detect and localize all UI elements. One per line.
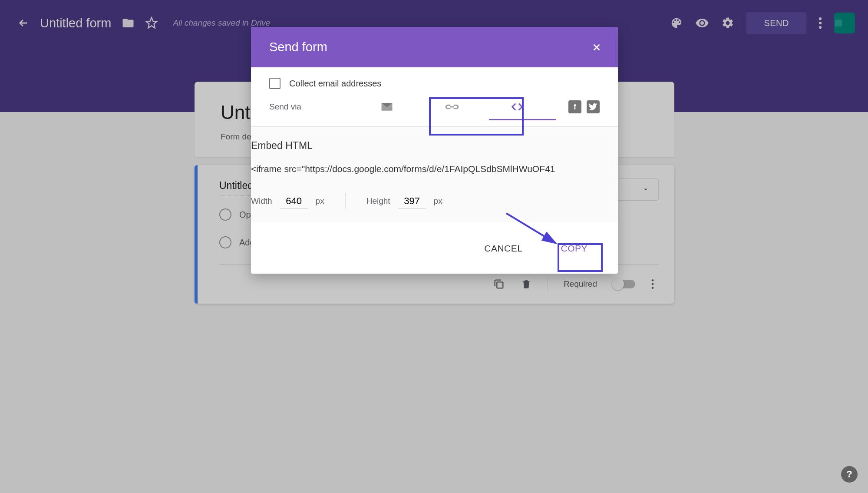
dialog-actions: CANCEL COPY: [251, 222, 618, 274]
width-label: Width: [251, 196, 272, 206]
width-input[interactable]: [280, 194, 308, 209]
copy-button[interactable]: COPY: [550, 238, 598, 259]
social-share: f: [568, 100, 600, 113]
dialog-header: Send form: [251, 27, 618, 67]
send-link-tab[interactable]: [446, 103, 459, 110]
facebook-share[interactable]: f: [568, 100, 581, 113]
dialog-body: Collect email addresses Send via f: [251, 67, 618, 118]
close-icon[interactable]: [591, 42, 602, 53]
embed-code-input[interactable]: [251, 161, 618, 177]
height-input[interactable]: [398, 194, 426, 209]
send-via-label: Send via: [269, 102, 301, 112]
help-button[interactable]: ?: [841, 466, 858, 483]
send-channels: [380, 102, 524, 112]
height-unit: px: [434, 196, 442, 206]
width-unit: px: [316, 196, 324, 206]
height-label: Height: [366, 196, 390, 206]
checkbox-icon[interactable]: [269, 78, 281, 89]
twitter-share[interactable]: [587, 100, 600, 113]
send-form-dialog: Send form Collect email addresses Send v…: [251, 27, 618, 274]
send-embed-tab[interactable]: [511, 103, 524, 111]
embed-title: Embed HTML: [251, 140, 618, 152]
send-via-row: Send via f: [269, 100, 600, 113]
embed-section: Embed HTML Width px Height px: [251, 126, 618, 222]
divider: [345, 193, 346, 209]
collect-emails-label: Collect email addresses: [289, 79, 381, 89]
send-email-tab[interactable]: [380, 102, 393, 112]
dimensions-row: Width px Height px: [251, 193, 618, 209]
dialog-title: Send form: [269, 40, 327, 54]
cancel-button[interactable]: CANCEL: [474, 238, 533, 259]
collect-emails-row[interactable]: Collect email addresses: [269, 78, 600, 89]
